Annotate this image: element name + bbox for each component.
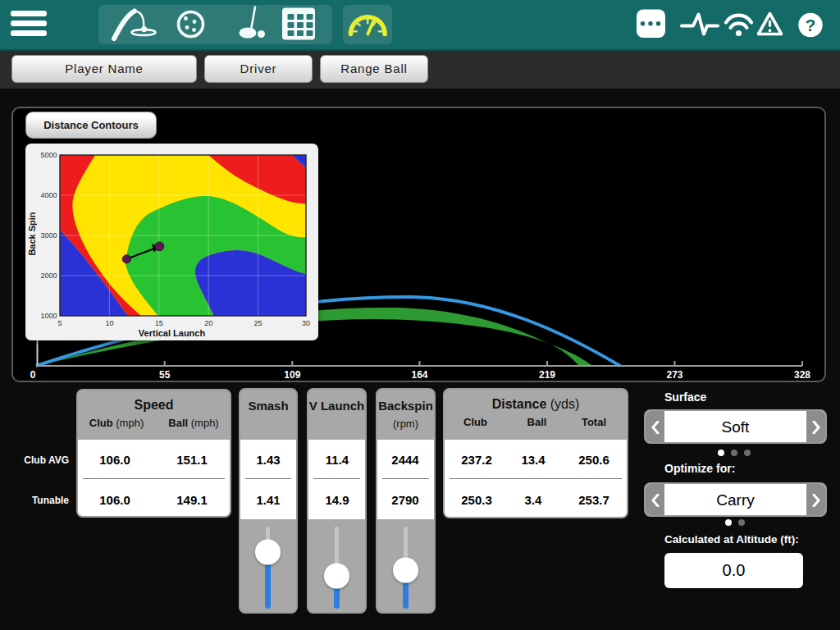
svg-text:164: 164 [411, 369, 427, 381]
svg-text:0: 0 [30, 369, 36, 381]
svg-text:55: 55 [159, 369, 171, 381]
svg-text:20: 20 [204, 319, 212, 327]
svg-text:5000: 5000 [40, 151, 57, 159]
svg-text:4000: 4000 [40, 191, 57, 199]
svg-text:273: 273 [666, 369, 682, 381]
svg-text:328: 328 [794, 369, 810, 381]
svg-text:1000: 1000 [40, 312, 57, 320]
svg-text:2000: 2000 [40, 272, 57, 280]
svg-text:?: ? [806, 16, 816, 34]
svg-text:30: 30 [302, 319, 310, 327]
svg-text:15: 15 [155, 319, 163, 327]
svg-text:Vertical Launch: Vertical Launch [139, 328, 206, 338]
svg-text:10: 10 [105, 319, 113, 327]
svg-text:Back Spin: Back Spin [27, 212, 37, 255]
svg-text:25: 25 [254, 319, 262, 327]
svg-text:5: 5 [57, 319, 62, 327]
svg-text:3000: 3000 [40, 231, 57, 240]
svg-text:109: 109 [284, 369, 300, 381]
svg-text:219: 219 [539, 369, 555, 381]
